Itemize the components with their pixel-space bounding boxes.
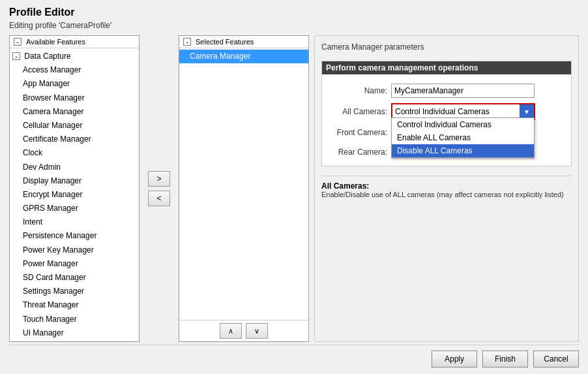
tree-item-dev-admin[interactable]: Dev Admin bbox=[10, 161, 139, 174]
tree-item-power-manager[interactable]: Power Manager bbox=[10, 257, 139, 271]
all-cameras-row: All Cameras: Control Individual Cameras … bbox=[329, 103, 565, 120]
info-area: All Cameras: Enable/Disable use of ALL c… bbox=[321, 176, 572, 198]
dropdown-option-enable-all[interactable]: Enable ALL Cameras bbox=[392, 131, 534, 144]
bottom-bar: Apply Finish Cancel bbox=[9, 345, 579, 367]
params-inner: Perform camera management operations Nam… bbox=[321, 61, 572, 166]
sort-down-button[interactable]: ∨ bbox=[246, 323, 268, 339]
tree-item-encrypt-manager[interactable]: Encrypt Manager bbox=[10, 188, 139, 202]
available-features-panel: - Available Features - Data Capture Acce… bbox=[9, 35, 140, 342]
tree-item-data-capture[interactable]: - Data Capture bbox=[10, 50, 139, 63]
dropdown-arrow-icon[interactable]: ▼ bbox=[520, 104, 534, 119]
expand-data-capture-icon[interactable]: - bbox=[12, 52, 20, 60]
params-section-title: Perform camera management operations bbox=[322, 61, 571, 74]
front-camera-label: Front Camera: bbox=[329, 128, 387, 137]
tree-item-touch-manager[interactable]: Touch Manager bbox=[10, 313, 139, 326]
apply-button[interactable]: Apply bbox=[432, 351, 477, 367]
tree-item-intent[interactable]: Intent bbox=[10, 215, 139, 229]
available-panel-header: - Available Features bbox=[10, 36, 139, 48]
tree-item-access-manager[interactable]: Access Manager bbox=[10, 63, 139, 77]
tree-item-settings-manager[interactable]: Settings Manager bbox=[10, 285, 139, 298]
rear-camera-label: Rear Camera: bbox=[329, 148, 387, 157]
main-window: Profile Editor Editing profile 'CameraPr… bbox=[0, 0, 588, 374]
tree-item-sd-card-manager[interactable]: SD Card Manager bbox=[10, 271, 139, 285]
tree-item-ui-manager[interactable]: UI Manager bbox=[10, 326, 139, 340]
middle-buttons: > < bbox=[145, 35, 173, 342]
tree-item-power-key-manager[interactable]: Power Key Manager bbox=[10, 243, 139, 257]
move-forward-button[interactable]: > bbox=[148, 171, 170, 187]
name-row: Name: bbox=[329, 84, 565, 98]
tree-item-certificate-manager[interactable]: Certificate Manager bbox=[10, 132, 139, 146]
params-panel: Camera Manager parameters Perform camera… bbox=[314, 35, 579, 342]
selected-sort-buttons: ∧ ∨ bbox=[179, 320, 308, 341]
dropdown-option-disable-all[interactable]: Disable ALL Cameras bbox=[392, 144, 534, 157]
available-panel-title: Available Features bbox=[26, 38, 85, 46]
collapse-selected-icon[interactable]: - bbox=[183, 38, 191, 46]
move-backward-button[interactable]: < bbox=[148, 191, 170, 206]
tree-item-browser-manager[interactable]: Browser Manager bbox=[10, 91, 139, 105]
all-cameras-dropdown-container: Control Individual Cameras ▼ Control Ind… bbox=[391, 103, 535, 120]
collapse-icon[interactable]: - bbox=[14, 38, 22, 46]
finish-button[interactable]: Finish bbox=[482, 351, 528, 367]
params-panel-title: Camera Manager parameters bbox=[321, 42, 572, 52]
selected-list: Camera Manager bbox=[179, 48, 308, 320]
page-title: Profile Editor bbox=[9, 7, 579, 18]
selected-features-panel: - Selected Features Camera Manager ∧ ∨ bbox=[179, 35, 309, 342]
selected-panel-title: Selected Features bbox=[196, 38, 254, 46]
tree-item-threat-manager[interactable]: Threat Manager bbox=[10, 298, 139, 312]
page-subtitle: Editing profile 'CameraProfile' bbox=[9, 21, 579, 30]
sort-up-button[interactable]: ∧ bbox=[220, 323, 242, 339]
info-title: All Cameras: bbox=[321, 181, 572, 191]
info-description: Enable/Disable use of ALL cameras (may a… bbox=[321, 191, 572, 198]
dropdown-option-control-individual[interactable]: Control Individual Cameras bbox=[392, 118, 534, 131]
cancel-button[interactable]: Cancel bbox=[533, 351, 579, 367]
tree-item-cellular-manager[interactable]: Cellular Manager bbox=[10, 119, 139, 132]
name-label: Name: bbox=[329, 86, 387, 95]
tree-item-clock[interactable]: Clock bbox=[10, 146, 139, 160]
tree-item-display-manager[interactable]: Display Manager bbox=[10, 174, 139, 188]
tree-item-gprs-manager[interactable]: GPRS Manager bbox=[10, 202, 139, 215]
name-input[interactable] bbox=[391, 84, 535, 98]
tree-item-usb-manager[interactable]: USB Manager bbox=[10, 340, 139, 341]
selected-item-camera-manager[interactable]: Camera Manager bbox=[179, 50, 308, 63]
tree-item-app-manager[interactable]: App Manager bbox=[10, 77, 139, 91]
tree-item-camera-manager[interactable]: Camera Manager bbox=[10, 105, 139, 119]
available-list: - Data Capture Access Manager App Manage… bbox=[10, 48, 139, 341]
tree-item-persistence-manager[interactable]: Persistence Manager bbox=[10, 229, 139, 243]
content-area: - Available Features - Data Capture Acce… bbox=[9, 35, 579, 342]
all-cameras-current-value: Control Individual Cameras bbox=[392, 104, 520, 119]
all-cameras-label: All Cameras: bbox=[329, 107, 387, 116]
all-cameras-dropdown-popup: Control Individual Cameras Enable ALL Ca… bbox=[391, 117, 535, 158]
selected-panel-header: - Selected Features bbox=[179, 36, 308, 48]
